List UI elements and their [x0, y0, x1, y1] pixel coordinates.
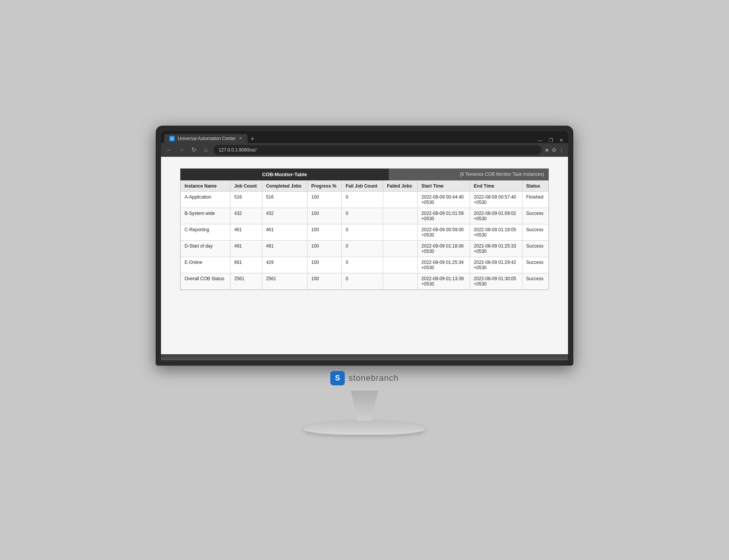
bookmark-icon[interactable]: ★	[544, 147, 549, 153]
col-start-time: Start Time	[417, 180, 470, 191]
table-cell	[383, 208, 418, 224]
table-cell: 0	[342, 191, 383, 208]
table-cell: 2022-08-09 01:18:05 +0530	[470, 224, 522, 240]
table-cell: 100	[307, 191, 342, 208]
table-row: D-Start of day49149110002022-08-09 01:18…	[181, 240, 549, 257]
table-row: E-Online66142910002022-08-09 01:25:34 +0…	[181, 257, 549, 273]
monitor-chin	[161, 354, 568, 360]
monitor-stand-base	[304, 421, 425, 435]
browser-window: U Universal Automation Center ✕ + — ❐ ✕ …	[161, 131, 568, 354]
table-header: Instance Name Job Count Completed Jobs P…	[181, 180, 549, 191]
table-cell: 2022-08-09 01:18:06 +0530	[417, 240, 470, 257]
table-cell	[383, 240, 418, 257]
restore-button[interactable]: ❐	[547, 137, 555, 143]
table-cell: 2022-08-09 01:01:59 +0530	[417, 208, 470, 224]
table-header-row: COB-Monitor-Table (6 Temenos COB Monitor…	[180, 169, 549, 180]
browser-toolbar: ← → ↻ ⌂ ★ ⚙ ⋮	[161, 143, 568, 157]
address-bar[interactable]	[213, 145, 541, 155]
table-cell: 461	[230, 224, 262, 240]
close-button[interactable]: ✕	[558, 137, 565, 143]
tab-title: Universal Automation Center	[178, 136, 236, 141]
col-failed-jobs: Failed Jobs	[383, 180, 418, 191]
table-cell	[383, 224, 418, 240]
table-cell: Finished	[522, 191, 548, 208]
table-cell: 2022-08-09 01:13:39 +0530	[417, 273, 470, 289]
table-cell: 2561	[262, 273, 307, 289]
table-row: C-Reporting46146110002022-08-09 00:59:00…	[181, 224, 549, 240]
table-cell: 2561	[230, 273, 262, 289]
table-cell: 2022-08-09 01:30:05 +0530	[470, 273, 522, 289]
monitor-stand-neck	[342, 391, 387, 421]
window-controls: — ❐ ✕	[536, 137, 565, 143]
table-cell: 0	[342, 257, 383, 273]
home-button[interactable]: ⌂	[201, 145, 210, 155]
table-cell: 661	[230, 257, 262, 273]
back-button[interactable]: ←	[165, 145, 174, 155]
table-cell	[383, 273, 418, 289]
col-instance-name: Instance Name	[181, 180, 230, 191]
table-cell: B-System wide	[181, 208, 230, 224]
reload-button[interactable]: ↻	[189, 145, 198, 155]
stonebranch-icon: S	[330, 371, 345, 385]
tab-favicon: U	[169, 136, 175, 141]
table-cell: 461	[262, 224, 307, 240]
table-cell: 0	[342, 240, 383, 257]
minimize-button[interactable]: —	[536, 137, 544, 143]
monitor-screen: U Universal Automation Center ✕ + — ❐ ✕ …	[156, 126, 573, 366]
browser-actions: ★ ⚙ ⋮	[544, 147, 564, 153]
tab-close-icon[interactable]: ✕	[239, 136, 242, 141]
table-row: A-Application51651610002022-08-09 00:44:…	[181, 191, 549, 208]
table-cell: 516	[262, 191, 307, 208]
table-title-left: COB-Monitor-Table	[180, 169, 389, 180]
col-job-count: Job Count	[230, 180, 262, 191]
table-cell: 491	[262, 240, 307, 257]
table-row: B-System wide43243210002022-08-09 01:01:…	[181, 208, 549, 224]
more-icon[interactable]: ⋮	[559, 147, 564, 153]
tab-bar: U Universal Automation Center ✕ + — ❐ ✕	[161, 131, 568, 143]
table-cell: Success	[522, 273, 548, 289]
table-cell: 0	[342, 208, 383, 224]
table-cell: Success	[522, 224, 548, 240]
table-cell: 100	[307, 208, 342, 224]
table-cell: A-Application	[181, 191, 230, 208]
table-cell: 2022-08-09 00:57:40 +0530	[470, 191, 522, 208]
col-end-time: End Time	[470, 180, 522, 191]
table-cell: C-Reporting	[181, 224, 230, 240]
table-cell: 432	[262, 208, 307, 224]
table-cell: 2022-08-09 01:29:42 +0530	[470, 257, 522, 273]
new-tab-button[interactable]: +	[248, 135, 258, 143]
table-cell	[383, 191, 418, 208]
col-fail-job-count: Fail Job Count	[342, 180, 383, 191]
browser-tab[interactable]: U Universal Automation Center ✕	[164, 134, 248, 143]
table-cell: 100	[307, 224, 342, 240]
data-table: Instance Name Job Count Completed Jobs P…	[180, 180, 549, 290]
col-completed-jobs: Completed Jobs	[262, 180, 307, 191]
table-cell: 491	[230, 240, 262, 257]
table-cell	[383, 257, 418, 273]
table-cell: 432	[230, 208, 262, 224]
forward-button[interactable]: →	[177, 145, 186, 155]
table-row: Overall COB Status2561256110002022-08-09…	[181, 273, 549, 289]
table-cell: 2022-08-09 00:44:40 +0530	[417, 191, 470, 208]
extension-icon[interactable]: ⚙	[552, 147, 557, 153]
page-content: COB-Monitor-Table (6 Temenos COB Monitor…	[161, 157, 568, 354]
col-progress: Progress %	[307, 180, 342, 191]
stonebranch-name: stonebranch	[349, 373, 399, 383]
table-cell: D-Start of day	[181, 240, 230, 257]
table-cell: Success	[522, 208, 548, 224]
table-cell: Success	[522, 257, 548, 273]
col-status: Status	[522, 180, 548, 191]
monitor-wrapper: U Universal Automation Center ✕ + — ❐ ✕ …	[156, 126, 573, 435]
table-cell: 2022-08-09 01:25:33 +0530	[470, 240, 522, 257]
table-cell: Overall COB Status	[181, 273, 230, 289]
table-cell: 100	[307, 273, 342, 289]
table-cell: 0	[342, 224, 383, 240]
table-title-right: (6 Temenos COB Monitor Task Instances)	[389, 169, 549, 180]
table-cell: 2022-08-09 01:09:02 +0530	[470, 208, 522, 224]
stonebranch-logo: S stonebranch	[330, 371, 399, 385]
table-container: COB-Monitor-Table (6 Temenos COB Monitor…	[180, 168, 549, 290]
table-cell: E-Online	[181, 257, 230, 273]
table-cell: 2022-08-09 00:59:00 +0530	[417, 224, 470, 240]
table-cell: 429	[262, 257, 307, 273]
table-cell: 516	[230, 191, 262, 208]
